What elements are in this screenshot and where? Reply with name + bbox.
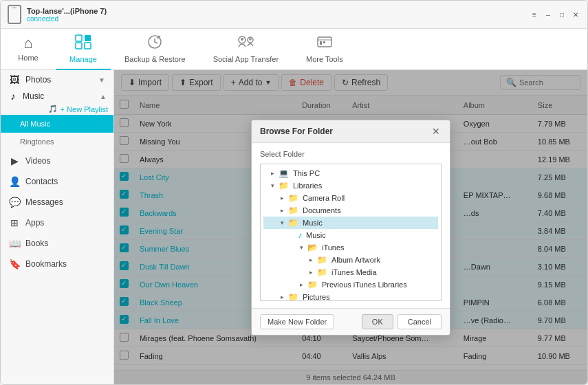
toolbar-backup-label: Backup & Restore [124, 55, 186, 63]
tree-item[interactable]: ▸ 📁 Documents [263, 204, 438, 217]
close-btn[interactable]: ✕ [571, 10, 580, 19]
tree-arrow[interactable]: ▸ [268, 170, 276, 177]
tree-label: Music [303, 219, 323, 227]
svg-rect-1 [85, 35, 91, 41]
modal-body: Select Folder ▸ 💻 This PC ▾ 📁 Libraries … [252, 143, 450, 308]
tree-item[interactable]: ▾ 📁 Music [263, 217, 438, 229]
svg-rect-3 [85, 43, 91, 49]
tree-arrow[interactable]: ▸ [278, 294, 286, 300]
videos-label: Videos [25, 156, 50, 166]
music-collapse-arrow[interactable]: ▲ [100, 93, 107, 100]
tree-arrow[interactable]: ▸ [307, 269, 315, 276]
backup-icon [146, 34, 163, 52]
toolbar-tools[interactable]: More Tools [292, 29, 357, 70]
toolbar-home-label: Home [18, 54, 38, 62]
tree-item[interactable]: ▾ 📁 Libraries [263, 179, 438, 192]
photos-arrow: ▼ [98, 76, 105, 84]
folder-icon: 📁 [317, 255, 327, 265]
svg-point-6 [241, 38, 243, 41]
sidebar-item-apps[interactable]: ⊞ Apps [1, 212, 113, 233]
tree-arrow[interactable]: ▸ [297, 281, 305, 288]
sidebar-item-photos[interactable]: 🖼 Photos ▼ [1, 70, 113, 89]
new-playlist-btn[interactable]: + New Playlist [61, 105, 108, 113]
modal-ok-btn[interactable]: OK [362, 314, 393, 329]
toolbar-social[interactable]: Social App Transfer [199, 29, 292, 70]
svg-rect-2 [76, 43, 82, 49]
videos-icon: ▶ [9, 155, 20, 166]
new-playlist-icon: 🎵 [48, 104, 58, 113]
sidebar-item-bookmarks[interactable]: 🔖 Bookmarks [1, 254, 113, 274]
modal-close-btn[interactable]: ✕ [431, 126, 442, 137]
folder-icon: 📁 [288, 206, 298, 215]
tree-item[interactable]: ♪ Music [263, 229, 438, 241]
tree-item[interactable]: ▸ 📁 iTunes Media [263, 266, 438, 278]
tree-item[interactable]: ▸ 📁 Pictures [263, 291, 438, 301]
modal-overlay: Browse For Folder ✕ Select Folder ▸ 💻 Th… [114, 70, 587, 384]
tree-label: Music [306, 231, 326, 239]
title-bar-left: Top-lanse'...(iPhone 7) connected [8, 5, 107, 24]
home-icon: ⌂ [23, 36, 32, 51]
apps-label: Apps [25, 218, 44, 228]
device-info: Top-lanse'...(iPhone 7) connected [27, 7, 107, 23]
maximize-btn[interactable]: □ [557, 10, 567, 19]
modal-header: Browse For Folder ✕ [252, 120, 450, 143]
main-content: 🖼 Photos ▼ ♪ Music ▲ 🎵 + New Playlist Al… [1, 70, 587, 384]
photos-icon: 🖼 [9, 74, 20, 85]
tree-item[interactable]: ▸ 💻 This PC [263, 167, 438, 179]
tree-arrow[interactable]: ▾ [278, 219, 286, 226]
sidebar-item-all-music[interactable]: All Music [1, 115, 113, 133]
title-bar-right: ≡ – □ ✕ [530, 10, 580, 19]
tree-arrow[interactable]: ▾ [268, 182, 276, 189]
sidebar: 🖼 Photos ▼ ♪ Music ▲ 🎵 + New Playlist Al… [1, 70, 114, 384]
tree-label: Libraries [293, 182, 322, 190]
toolbar-manage-label: Manage [69, 55, 97, 63]
minimize-btn[interactable]: – [543, 10, 553, 19]
toolbar-home[interactable]: ⌂ Home [1, 29, 56, 70]
tree-item[interactable]: ▸ 📁 Album Artwork [263, 254, 438, 266]
svg-point-8 [250, 38, 252, 41]
ringtones-label: Ringtones [20, 138, 54, 146]
all-music-label: All Music [20, 120, 50, 128]
modal-select-label: Select Folder [260, 150, 442, 158]
new-folder-btn[interactable]: Make New Folder [260, 314, 334, 329]
tree-item[interactable]: ▾ 📂 iTunes [263, 241, 438, 254]
tree-item[interactable]: ▸ 📁 Previous iTunes Libraries [263, 278, 438, 291]
tree-arrow[interactable]: ▸ [307, 256, 315, 263]
manage-icon [75, 34, 91, 52]
tree-label: This PC [293, 169, 320, 177]
books-label: Books [25, 239, 48, 248]
svg-rect-12 [323, 41, 325, 43]
sidebar-item-books[interactable]: 📖 Books [1, 233, 113, 254]
modal-cancel-btn[interactable]: Cancel [398, 314, 442, 329]
svg-rect-11 [320, 41, 322, 45]
tree-label: iTunes [322, 243, 345, 252]
modal-title: Browse For Folder [260, 126, 333, 136]
folder-open-icon: 📂 [307, 243, 318, 252]
contacts-icon: 👤 [9, 176, 20, 187]
file-tree[interactable]: ▸ 💻 This PC ▾ 📁 Libraries ▸ 📁 Camera Rol… [260, 164, 442, 301]
sidebar-item-videos[interactable]: ▶ Videos [1, 151, 113, 171]
folder-icon: 📁 [288, 218, 298, 228]
toolbar-tools-label: More Tools [306, 55, 343, 63]
tree-arrow[interactable]: ▸ [278, 207, 286, 214]
sidebar-item-messages[interactable]: 💬 Messages [1, 192, 113, 212]
folder-icon: 📁 [307, 280, 318, 289]
svg-rect-0 [76, 35, 82, 41]
tree-item[interactable]: ▸ 📁 Camera Roll [263, 192, 438, 204]
tree-label: Album Artwork [331, 256, 380, 264]
content-area: ⬇ Import ⬆ Export + Add to ▼ 🗑 Delete [114, 70, 587, 384]
tree-arrow[interactable]: ▾ [297, 244, 305, 251]
toolbar-social-label: Social App Transfer [213, 55, 279, 63]
toolbar-backup[interactable]: Backup & Restore [111, 29, 199, 70]
menu-btn[interactable]: ≡ [530, 10, 539, 19]
books-icon: 📖 [9, 238, 20, 249]
folder-icon: 📁 [279, 181, 289, 190]
music-header: ♪ Music ▲ [1, 89, 113, 104]
tree-arrow[interactable]: ▸ [278, 195, 286, 201]
tree-label: iTunes Media [331, 268, 377, 276]
sidebar-item-ringtones[interactable]: Ringtones [1, 133, 113, 151]
sidebar-item-contacts[interactable]: 👤 Contacts [1, 171, 113, 192]
tree-label: Pictures [303, 293, 330, 301]
toolbar-manage[interactable]: Manage [56, 29, 111, 70]
device-icon [8, 5, 21, 24]
